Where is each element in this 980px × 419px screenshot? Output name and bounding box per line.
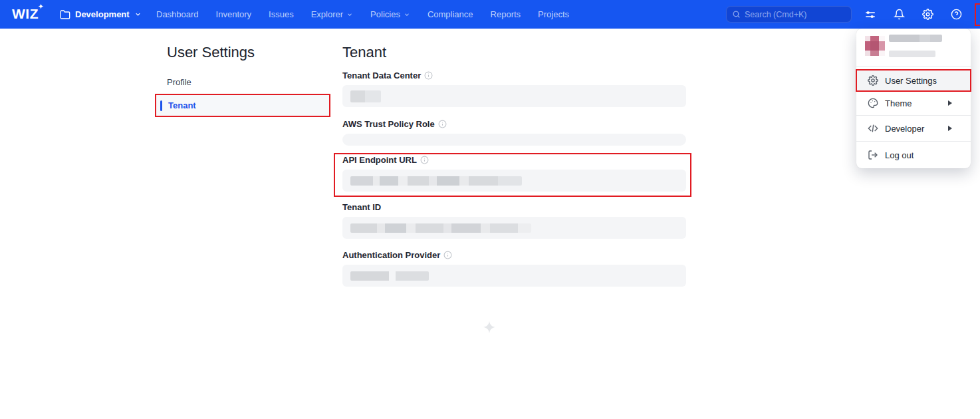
main-nav: Dashboard Inventory Issues Explorer Poli…: [156, 0, 569, 29]
search-input[interactable]: [745, 10, 838, 19]
palette-icon: [867, 98, 878, 109]
field-api-endpoint-url: API Endpoint URL: [342, 155, 686, 192]
help-icon[interactable]: [947, 5, 965, 25]
menu-divider: [856, 141, 971, 142]
redacted-value: [350, 223, 531, 233]
nav-item-dashboard[interactable]: Dashboard: [156, 9, 199, 19]
redacted-value: [350, 90, 381, 102]
info-icon[interactable]: [443, 251, 452, 259]
nav-item-explorer[interactable]: Explorer: [311, 9, 353, 19]
field-authentication-provider: Authentication Provider: [342, 250, 686, 287]
loading-sparkle-icon: [483, 321, 496, 334]
navbar-actions: [862, 0, 980, 29]
field-label: AWS Trust Policy Role: [342, 119, 686, 129]
logout-icon: [867, 150, 878, 161]
sparkle-icon: [38, 3, 44, 9]
api-endpoint-url-value: [342, 170, 686, 192]
gear-icon: [867, 75, 878, 86]
field-label: Authentication Provider: [342, 250, 686, 260]
field-aws-trust-policy-role: AWS Trust Policy Role: [342, 119, 686, 146]
field-label: Tenant Data Center: [342, 70, 686, 80]
chevron-down-icon: [346, 11, 353, 18]
info-icon[interactable]: [438, 120, 447, 128]
nav-item-inventory[interactable]: Inventory: [216, 9, 251, 19]
menu-divider: [856, 115, 971, 116]
user-email-redacted: [889, 51, 935, 57]
search-icon: [732, 10, 741, 19]
field-tenant-id: Tenant ID: [342, 202, 686, 239]
gear-icon[interactable]: [919, 5, 936, 25]
nav-item-reports[interactable]: Reports: [491, 9, 521, 19]
sliders-icon[interactable]: [862, 5, 879, 25]
menu-item-theme[interactable]: Theme: [856, 92, 971, 114]
settings-nav-item-label: Tenant: [168, 100, 196, 110]
field-label: API Endpoint URL: [342, 155, 686, 165]
redacted-value: [350, 176, 522, 186]
aws-trust-policy-role-value: [342, 134, 686, 146]
project-switcher[interactable]: Development: [60, 0, 142, 29]
user-menu-button[interactable]: [976, 5, 980, 25]
user-name-redacted: [889, 35, 942, 42]
redacted-value: [350, 271, 429, 281]
info-icon[interactable]: [420, 156, 429, 164]
chevron-down-icon: [404, 11, 410, 18]
user-dropdown-menu: User Settings Theme Developer Log out: [856, 29, 971, 168]
menu-item-user-settings[interactable]: User Settings: [856, 70, 971, 91]
chevron-down-icon: [134, 11, 142, 18]
tenant-data-center-value: [342, 85, 686, 107]
wiz-console: WIZ Development Dashboard Inventory Issu…: [0, 0, 980, 419]
submenu-arrow-icon: [948, 126, 952, 131]
authentication-provider-value: [342, 265, 686, 287]
nav-item-compliance[interactable]: Compliance: [428, 9, 473, 19]
menu-item-label: Log out: [885, 150, 914, 160]
folder-icon: [60, 9, 70, 20]
page-title: User Settings: [167, 44, 255, 61]
top-navbar: WIZ Development Dashboard Inventory Issu…: [0, 0, 980, 29]
menu-item-log-out[interactable]: Log out: [856, 144, 971, 166]
wiz-logo-text: WIZ: [12, 6, 39, 21]
global-search[interactable]: [726, 6, 852, 23]
tenant-panel-title: Tenant: [342, 44, 386, 61]
user-avatar: [865, 36, 885, 56]
field-label: Tenant ID: [342, 202, 686, 212]
wiz-logo[interactable]: WIZ: [12, 6, 39, 22]
tenant-id-value: [342, 217, 686, 239]
nav-item-projects[interactable]: Projects: [538, 9, 569, 19]
info-icon[interactable]: [424, 71, 433, 80]
code-icon: [867, 123, 878, 134]
menu-item-label: Developer: [885, 124, 924, 134]
nav-item-policies[interactable]: Policies: [370, 9, 410, 19]
submenu-arrow-icon: [948, 100, 952, 106]
settings-nav-item-tenant[interactable]: Tenant: [155, 94, 330, 117]
menu-divider: [856, 67, 971, 67]
field-tenant-data-center: Tenant Data Center: [342, 70, 686, 107]
menu-item-label: User Settings: [885, 76, 937, 86]
active-indicator: [160, 100, 162, 111]
nav-item-issues[interactable]: Issues: [269, 9, 294, 19]
settings-nav-item-profile[interactable]: Profile: [167, 77, 191, 87]
project-switcher-label: Development: [75, 9, 130, 19]
menu-item-developer[interactable]: Developer: [856, 118, 971, 139]
menu-item-label: Theme: [885, 98, 912, 108]
bell-icon[interactable]: [890, 5, 908, 25]
